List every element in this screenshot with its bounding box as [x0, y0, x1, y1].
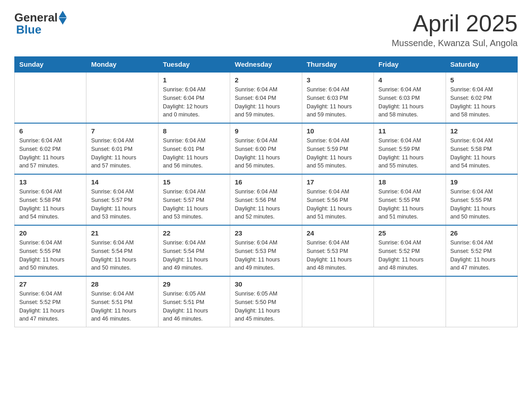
day-detail: Sunrise: 6:04 AM Sunset: 5:51 PM Dayligh… — [91, 290, 153, 323]
calendar-day-cell — [302, 276, 373, 327]
day-detail: Sunrise: 6:05 AM Sunset: 5:50 PM Dayligh… — [235, 290, 297, 323]
day-detail: Sunrise: 6:04 AM Sunset: 5:56 PM Dayligh… — [235, 188, 297, 221]
calendar-day-cell — [15, 72, 86, 123]
day-number: 7 — [91, 127, 153, 135]
calendar-day-cell: 28Sunrise: 6:04 AM Sunset: 5:51 PM Dayli… — [86, 276, 158, 327]
day-detail: Sunrise: 6:04 AM Sunset: 5:54 PM Dayligh… — [91, 239, 153, 272]
calendar-day-cell: 11Sunrise: 6:04 AM Sunset: 5:59 PM Dayli… — [374, 123, 446, 174]
calendar-day-cell: 8Sunrise: 6:04 AM Sunset: 6:01 PM Daylig… — [158, 123, 230, 174]
calendar-day-cell: 15Sunrise: 6:04 AM Sunset: 5:57 PM Dayli… — [158, 174, 230, 225]
day-detail: Sunrise: 6:04 AM Sunset: 5:53 PM Dayligh… — [307, 239, 369, 272]
calendar-week-row: 6Sunrise: 6:04 AM Sunset: 6:02 PM Daylig… — [15, 123, 518, 174]
calendar-day-cell: 20Sunrise: 6:04 AM Sunset: 5:55 PM Dayli… — [15, 225, 86, 276]
calendar-day-cell: 24Sunrise: 6:04 AM Sunset: 5:53 PM Dayli… — [302, 225, 373, 276]
day-detail: Sunrise: 6:04 AM Sunset: 6:03 PM Dayligh… — [307, 86, 369, 119]
day-detail: Sunrise: 6:04 AM Sunset: 5:53 PM Dayligh… — [235, 239, 297, 272]
calendar-day-cell: 13Sunrise: 6:04 AM Sunset: 5:58 PM Dayli… — [15, 174, 86, 225]
day-detail: Sunrise: 6:04 AM Sunset: 6:01 PM Dayligh… — [91, 137, 153, 170]
day-number: 18 — [378, 178, 441, 186]
day-number: 22 — [163, 229, 225, 237]
day-detail: Sunrise: 6:04 AM Sunset: 5:55 PM Dayligh… — [19, 239, 82, 272]
day-number: 23 — [235, 229, 297, 237]
calendar-day-cell: 14Sunrise: 6:04 AM Sunset: 5:57 PM Dayli… — [86, 174, 158, 225]
day-number: 12 — [450, 127, 513, 135]
day-detail: Sunrise: 6:04 AM Sunset: 6:02 PM Dayligh… — [450, 86, 513, 119]
logo-triangle-top-icon — [59, 11, 67, 17]
day-detail: Sunrise: 6:04 AM Sunset: 5:52 PM Dayligh… — [378, 239, 441, 272]
day-number: 14 — [91, 178, 153, 186]
day-detail: Sunrise: 6:04 AM Sunset: 5:55 PM Dayligh… — [450, 188, 513, 221]
title-area: April 2025 Mussende, Kwanza Sul, Angola — [392, 11, 518, 48]
day-number: 15 — [163, 178, 225, 186]
header-cell-monday: Monday — [86, 57, 158, 73]
header-cell-sunday: Sunday — [15, 57, 86, 73]
day-number: 20 — [19, 229, 82, 237]
day-detail: Sunrise: 6:05 AM Sunset: 5:51 PM Dayligh… — [163, 290, 225, 323]
day-number: 29 — [163, 280, 225, 288]
calendar-day-cell: 10Sunrise: 6:04 AM Sunset: 5:59 PM Dayli… — [302, 123, 373, 174]
day-number: 3 — [307, 76, 369, 84]
day-detail: Sunrise: 6:04 AM Sunset: 6:03 PM Dayligh… — [378, 86, 441, 119]
calendar-subtitle: Mussende, Kwanza Sul, Angola — [392, 38, 518, 48]
calendar-day-cell: 19Sunrise: 6:04 AM Sunset: 5:55 PM Dayli… — [446, 174, 517, 225]
calendar-day-cell: 27Sunrise: 6:04 AM Sunset: 5:52 PM Dayli… — [15, 276, 86, 327]
day-number: 8 — [163, 127, 225, 135]
calendar-day-cell: 16Sunrise: 6:04 AM Sunset: 5:56 PM Dayli… — [230, 174, 302, 225]
calendar-day-cell: 23Sunrise: 6:04 AM Sunset: 5:53 PM Dayli… — [230, 225, 302, 276]
calendar-day-cell: 18Sunrise: 6:04 AM Sunset: 5:55 PM Dayli… — [374, 174, 446, 225]
day-number: 10 — [307, 127, 369, 135]
header-cell-saturday: Saturday — [446, 57, 517, 73]
day-number: 1 — [163, 76, 225, 84]
day-detail: Sunrise: 6:04 AM Sunset: 6:02 PM Dayligh… — [19, 137, 82, 170]
day-detail: Sunrise: 6:04 AM Sunset: 5:58 PM Dayligh… — [19, 188, 82, 221]
calendar-day-cell — [86, 72, 158, 123]
day-number: 2 — [235, 76, 297, 84]
calendar-day-cell: 3Sunrise: 6:04 AM Sunset: 6:03 PM Daylig… — [302, 72, 373, 123]
day-detail: Sunrise: 6:04 AM Sunset: 6:01 PM Dayligh… — [163, 137, 225, 170]
calendar-day-cell: 22Sunrise: 6:04 AM Sunset: 5:54 PM Dayli… — [158, 225, 230, 276]
calendar-title: April 2025 — [392, 11, 518, 36]
day-detail: Sunrise: 6:04 AM Sunset: 5:59 PM Dayligh… — [378, 137, 441, 170]
logo: General Blue — [14, 11, 67, 37]
day-detail: Sunrise: 6:04 AM Sunset: 5:54 PM Dayligh… — [163, 239, 225, 272]
header-cell-tuesday: Tuesday — [158, 57, 230, 73]
day-number: 28 — [91, 280, 153, 288]
day-detail: Sunrise: 6:04 AM Sunset: 5:55 PM Dayligh… — [378, 188, 441, 221]
header-cell-wednesday: Wednesday — [230, 57, 302, 73]
calendar-day-cell: 29Sunrise: 6:05 AM Sunset: 5:51 PM Dayli… — [158, 276, 230, 327]
calendar-day-cell: 12Sunrise: 6:04 AM Sunset: 5:58 PM Dayli… — [446, 123, 517, 174]
calendar-table: SundayMondayTuesdayWednesdayThursdayFrid… — [14, 56, 518, 327]
calendar-week-row: 13Sunrise: 6:04 AM Sunset: 5:58 PM Dayli… — [15, 174, 518, 225]
header-cell-thursday: Thursday — [302, 57, 373, 73]
day-detail: Sunrise: 6:04 AM Sunset: 6:04 PM Dayligh… — [163, 86, 225, 119]
calendar-week-row: 20Sunrise: 6:04 AM Sunset: 5:55 PM Dayli… — [15, 225, 518, 276]
day-number: 27 — [19, 280, 82, 288]
calendar-day-cell: 7Sunrise: 6:04 AM Sunset: 6:01 PM Daylig… — [86, 123, 158, 174]
day-detail: Sunrise: 6:04 AM Sunset: 5:59 PM Dayligh… — [307, 137, 369, 170]
calendar-day-cell: 2Sunrise: 6:04 AM Sunset: 6:04 PM Daylig… — [230, 72, 302, 123]
calendar-week-row: 27Sunrise: 6:04 AM Sunset: 5:52 PM Dayli… — [15, 276, 518, 327]
day-detail: Sunrise: 6:04 AM Sunset: 5:57 PM Dayligh… — [163, 188, 225, 221]
day-number: 11 — [378, 127, 441, 135]
calendar-day-cell — [446, 276, 517, 327]
day-number: 9 — [235, 127, 297, 135]
day-number: 6 — [19, 127, 82, 135]
day-number: 19 — [450, 178, 513, 186]
day-number: 24 — [307, 229, 369, 237]
day-number: 25 — [378, 229, 441, 237]
header-cell-friday: Friday — [374, 57, 446, 73]
day-detail: Sunrise: 6:04 AM Sunset: 5:56 PM Dayligh… — [307, 188, 369, 221]
calendar-day-cell: 26Sunrise: 6:04 AM Sunset: 5:52 PM Dayli… — [446, 225, 517, 276]
day-number: 5 — [450, 76, 513, 84]
day-detail: Sunrise: 6:04 AM Sunset: 6:04 PM Dayligh… — [235, 86, 297, 119]
calendar-day-cell: 4Sunrise: 6:04 AM Sunset: 6:03 PM Daylig… — [374, 72, 446, 123]
calendar-day-cell: 5Sunrise: 6:04 AM Sunset: 6:02 PM Daylig… — [446, 72, 517, 123]
calendar-day-cell: 17Sunrise: 6:04 AM Sunset: 5:56 PM Dayli… — [302, 174, 373, 225]
day-number: 21 — [91, 229, 153, 237]
logo-blue-text: Blue — [16, 23, 41, 37]
calendar-day-cell: 9Sunrise: 6:04 AM Sunset: 6:00 PM Daylig… — [230, 123, 302, 174]
day-detail: Sunrise: 6:04 AM Sunset: 5:58 PM Dayligh… — [450, 137, 513, 170]
day-detail: Sunrise: 6:04 AM Sunset: 6:00 PM Dayligh… — [235, 137, 297, 170]
day-number: 30 — [235, 280, 297, 288]
calendar-day-cell: 25Sunrise: 6:04 AM Sunset: 5:52 PM Dayli… — [374, 225, 446, 276]
